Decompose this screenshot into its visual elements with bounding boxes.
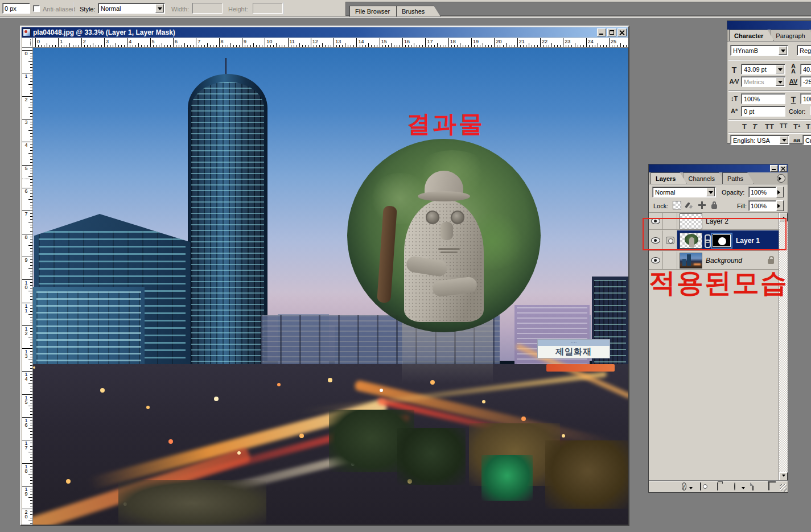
separator (73, 2, 74, 15)
style-dropdown-arrow[interactable] (155, 4, 164, 13)
palette-menu-button[interactable] (777, 174, 785, 183)
all-caps-button[interactable]: TT (765, 122, 774, 131)
document-titlebar[interactable]: pla04048.jpg @ 33.3% (Layer 1, Layer Mas… (22, 27, 628, 38)
leading-value: 40. (803, 66, 811, 73)
character-palette-titlebar[interactable] (727, 21, 811, 30)
style-label: Style: (80, 6, 96, 13)
leading-field[interactable]: 40. (800, 64, 811, 75)
style-dropdown[interactable]: Normal (98, 3, 165, 14)
kerning-arrow[interactable] (776, 77, 784, 86)
v-ruler: 01234567891011121314151617181920 (22, 48, 33, 525)
character-palette-tabs: Character Paragraph (727, 30, 811, 42)
layer-list-scrollbar[interactable] (779, 213, 788, 481)
scroll-track[interactable] (779, 221, 788, 472)
eye-icon (651, 257, 660, 263)
new-layer-button[interactable] (752, 483, 761, 491)
tool-options-bar: Anti-aliased Style: Normal Width: Height… (0, 0, 811, 17)
add-mask-button[interactable] (700, 483, 709, 491)
tracking-field[interactable]: -25 (800, 76, 811, 87)
ruler-origin[interactable] (22, 38, 33, 48)
separator (283, 2, 284, 15)
kerning-field[interactable]: Metrics (741, 76, 785, 87)
fill-value: 100% (748, 200, 776, 211)
palette-resize-grip[interactable] (780, 484, 787, 492)
width-label: Width: (171, 6, 189, 13)
palette-minimize-button[interactable] (770, 165, 778, 172)
opacity-value: 100% (748, 187, 776, 197)
desktop: { "options_bar": { "value_field": "0 px"… (0, 0, 811, 532)
scroll-down-button[interactable] (779, 472, 788, 481)
baseline-field[interactable]: 0 pt (741, 106, 785, 117)
font-style-field[interactable]: Regu (797, 45, 811, 56)
median-trees (118, 480, 266, 525)
tab-channels[interactable]: Channels (683, 172, 725, 184)
layers-palette-tabs: Layers Channels Paths (649, 172, 788, 184)
layer-name[interactable]: Background (706, 257, 742, 265)
tab-layers[interactable]: Layers (651, 172, 686, 184)
height-input (253, 3, 283, 14)
lock-position-icon[interactable] (698, 201, 706, 209)
style-value: Normal (101, 5, 121, 12)
minimize-button[interactable] (597, 28, 606, 36)
background-lock-icon (768, 259, 774, 264)
character-palette: Character Paragraph HYnamB Regu T 43.09 … (727, 20, 811, 143)
small-caps-button[interactable]: TT (780, 122, 787, 129)
lock-transparency-icon[interactable] (673, 201, 681, 209)
vertical-scale-field[interactable]: 100% (741, 93, 785, 104)
kerning-value: Metrics (744, 79, 764, 85)
tab-paths[interactable]: Paths (722, 172, 754, 184)
lock-paint-icon[interactable] (685, 201, 694, 209)
language-field[interactable]: English: USA (730, 135, 789, 145)
horizontal-scale-icon: T (788, 95, 799, 104)
kerning-icon: A∕V (728, 78, 740, 85)
fill-slider-button[interactable] (776, 200, 784, 211)
blend-mode-dropdown[interactable]: Normal (652, 187, 716, 197)
palette-close-button[interactable] (779, 165, 787, 172)
faux-bold-button[interactable]: T (742, 122, 747, 131)
blend-row: Normal Opacity: 100% (649, 185, 788, 199)
tab-character[interactable]: Character (729, 30, 774, 41)
font-family-arrow[interactable] (779, 46, 787, 55)
superscript-button[interactable]: T¹ (793, 122, 800, 131)
tab-brushes[interactable]: Brushes (396, 6, 441, 17)
annotation-highlight-rect (643, 218, 787, 250)
language-arrow[interactable] (780, 136, 788, 144)
tree (545, 440, 628, 509)
subscript-button[interactable]: T₁ (806, 122, 811, 131)
tolerance-input[interactable] (2, 3, 30, 14)
close-button[interactable] (617, 28, 627, 36)
opacity-slider-button[interactable] (776, 187, 784, 197)
fill-field[interactable]: 100% (748, 200, 784, 211)
document-window: pla04048.jpg @ 33.3% (Layer 1, Layer Mas… (20, 26, 629, 526)
antialias-field[interactable]: Cr (802, 135, 811, 145)
height-label: Height: (228, 6, 248, 13)
maximize-button[interactable] (607, 28, 616, 36)
vertical-scale-icon: ↕T (728, 95, 740, 102)
lock-all-icon[interactable] (710, 201, 719, 209)
anti-aliased-label: Anti-aliased (43, 6, 75, 13)
layers-palette-titlebar[interactable] (649, 164, 788, 172)
layers-palette: Layers Channels Paths Normal Opacity: 10… (648, 164, 788, 493)
delete-layer-button[interactable] (768, 483, 777, 491)
horizontal-scale-field[interactable]: 100 (800, 93, 811, 104)
tab-file-browser[interactable]: File Browser (349, 6, 404, 17)
document-icon (23, 28, 31, 36)
blend-mode-arrow[interactable] (706, 188, 715, 196)
font-family-field[interactable]: HYnamB (730, 45, 788, 56)
new-set-button[interactable] (717, 483, 726, 491)
tracking-icon: AV (788, 78, 799, 85)
adjustment-layer-button[interactable] (734, 483, 743, 491)
font-size-arrow[interactable] (776, 65, 784, 73)
layer-effects-button[interactable]: ƒ (682, 483, 691, 491)
opacity-label: Opacity: (722, 189, 744, 196)
tree (397, 428, 466, 485)
font-size-field[interactable]: 43.09 pt (741, 64, 785, 75)
layers-bottom-bar: ƒ (649, 481, 788, 492)
opacity-field[interactable]: 100% (748, 187, 784, 197)
baseline-icon: Aª (728, 108, 740, 114)
faux-italic-button[interactable]: T (752, 122, 757, 131)
canvas[interactable]: ···· 제일화재 결과물 (33, 48, 628, 525)
tab-paragraph[interactable]: Paragraph (771, 30, 811, 41)
anti-aliased-checkbox[interactable] (33, 5, 40, 12)
document-title: pla04048.jpg @ 33.3% (Layer 1, Layer Mas… (33, 28, 175, 36)
